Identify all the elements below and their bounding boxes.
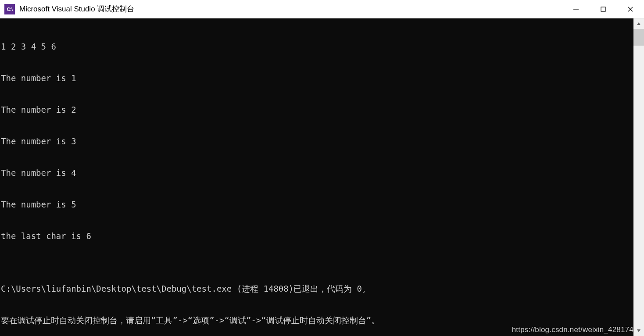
watermark-text: https://blog.csdn.net/weixin_428174 (512, 325, 633, 334)
console-line: The number is 5 (1, 199, 643, 210)
vs-console-icon: C:\ (4, 4, 15, 14)
minimize-icon (573, 6, 579, 12)
console-output[interactable]: 1 2 3 4 5 6 The number is 1 The number i… (0, 18, 644, 336)
close-icon (627, 6, 633, 12)
scrollbar-thumb[interactable] (633, 29, 644, 46)
console-line: C:\Users\liufanbin\Desktop\test\Debug\te… (1, 283, 643, 294)
scrollbar-down-arrow-icon[interactable] (633, 325, 644, 336)
console-line: the last char is 6 (1, 231, 643, 241)
console-line: 要在调试停止时自动关闭控制台，请启用“工具”->“选项”->“调试”->“调试停… (1, 315, 643, 325)
scrollbar-up-arrow-icon[interactable] (633, 18, 644, 29)
maximize-button[interactable] (590, 0, 617, 18)
maximize-icon (600, 6, 606, 12)
minimize-button[interactable] (562, 0, 590, 18)
scrollbar-track-gap[interactable] (633, 46, 644, 325)
console-line: The number is 2 (1, 104, 643, 115)
svg-rect-1 (601, 7, 605, 11)
vertical-scrollbar[interactable] (633, 18, 644, 336)
close-button[interactable] (617, 0, 644, 18)
window-controls (562, 0, 644, 18)
svg-marker-5 (637, 329, 640, 332)
console-line: The number is 4 (1, 168, 643, 178)
console-line: The number is 1 (1, 73, 643, 83)
console-line: The number is 3 (1, 136, 643, 147)
svg-marker-4 (637, 22, 640, 25)
window-title: Microsoft Visual Studio 调试控制台 (19, 4, 134, 14)
titlebar[interactable]: C:\ Microsoft Visual Studio 调试控制台 (0, 0, 644, 18)
console-line: 1 2 3 4 5 6 (1, 41, 643, 52)
